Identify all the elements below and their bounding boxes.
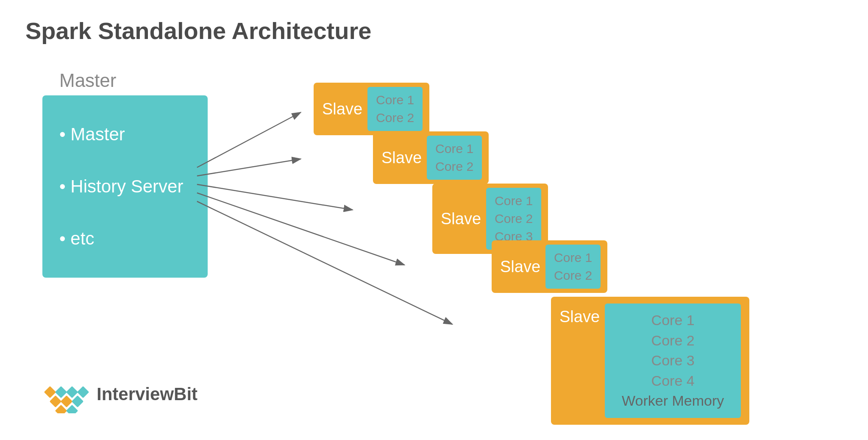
slave-box-4: Slave Core 1 Core 2 (492, 240, 607, 293)
svg-rect-9 (77, 386, 89, 398)
cores-box-5: Core 1 Core 2 Core 3 Core 4 Worker Memor… (605, 304, 741, 418)
slave-label-5: Slave (559, 308, 600, 326)
svg-rect-11 (61, 395, 72, 407)
cores-box-1: Core 1 Core 2 (367, 87, 423, 131)
core-3-1: Core 1 (495, 192, 533, 210)
core-5-2: Core 2 (651, 331, 695, 351)
page-title: Spark Standalone Architecture (25, 17, 843, 45)
cores-box-2: Core 1 Core 2 (427, 136, 482, 180)
slave-group-5: Slave Core 1 Core 2 Core 3 Core 4 Worker… (551, 297, 749, 425)
svg-line-1 (197, 112, 301, 167)
logo-bold: Bit (174, 384, 198, 404)
slave-box-1: Slave Core 1 Core 2 (314, 83, 429, 135)
svg-rect-10 (50, 395, 61, 407)
slave-group-2: Slave Core 1 Core 2 (373, 131, 489, 184)
master-box: • Master • History Server • etc (42, 95, 208, 278)
core-5-3: Core 3 (651, 351, 695, 371)
core-4-2: Core 2 (554, 267, 592, 284)
worker-memory: Worker Memory (622, 391, 724, 411)
slave-box-2: Slave Core 1 Core 2 (373, 131, 489, 184)
master-label: Master (59, 70, 116, 91)
slave-box-5: Slave Core 1 Core 2 Core 3 Core 4 Worker… (551, 297, 749, 425)
core-5-4: Core 4 (651, 371, 695, 391)
slave-label-3: Slave (441, 210, 481, 228)
core-2-2: Core 2 (435, 158, 473, 175)
slave-label-1: Slave (322, 100, 362, 118)
logo-plain: Interview (97, 384, 174, 404)
slave-group-1: Slave Core 1 Core 2 (314, 83, 429, 135)
slave-label-2: Slave (381, 149, 422, 167)
slave-label-4: Slave (500, 258, 540, 276)
core-3-2: Core 2 (495, 210, 533, 228)
svg-line-5 (197, 201, 453, 324)
logo-text: InterviewBit (97, 384, 198, 404)
master-item-etc: • etc (59, 228, 191, 249)
svg-rect-7 (55, 386, 67, 398)
core-5-1: Core 1 (651, 310, 695, 331)
svg-line-4 (197, 193, 405, 265)
svg-rect-12 (72, 395, 83, 407)
logo-area: InterviewBit (42, 375, 198, 413)
master-item-master: • Master (59, 124, 191, 145)
cores-box-4: Core 1 Core 2 (545, 245, 601, 289)
interviewbit-logo-icon (42, 375, 89, 413)
svg-rect-6 (44, 386, 56, 398)
slave-group-4: Slave Core 1 Core 2 (492, 240, 607, 293)
core-4-1: Core 1 (554, 249, 592, 267)
core-2-1: Core 1 (435, 140, 473, 158)
svg-line-2 (197, 159, 301, 176)
diagram-area: Master • Master • History Server • etc (25, 57, 843, 426)
core-1-1: Core 1 (376, 91, 414, 109)
svg-line-3 (197, 184, 353, 210)
core-1-2: Core 2 (376, 109, 414, 127)
page-container: Spark Standalone Architecture Master • M… (0, 0, 868, 440)
master-item-history: • History Server (59, 176, 191, 197)
svg-rect-8 (66, 386, 78, 398)
